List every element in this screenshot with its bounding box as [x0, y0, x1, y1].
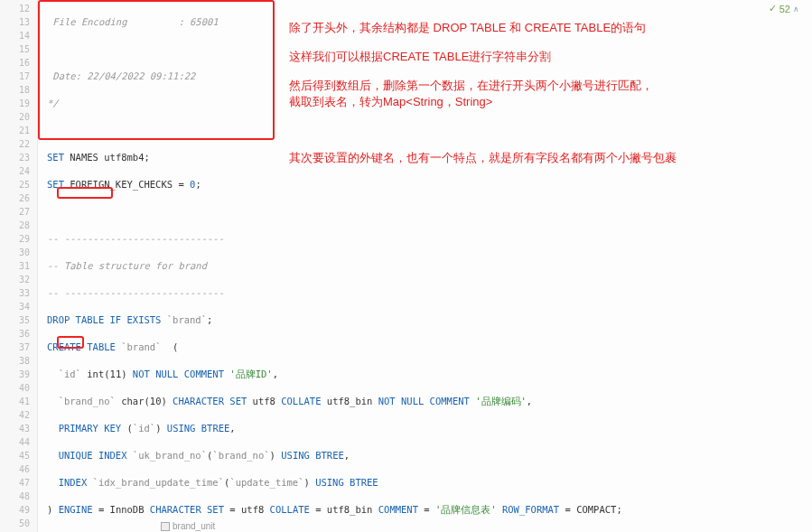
- comma: ,: [229, 423, 235, 434]
- line-number: 29: [0, 232, 30, 246]
- string: '品牌ID': [224, 369, 273, 379]
- indent: [47, 396, 59, 406]
- keyword: USING BTREE: [281, 450, 344, 461]
- paren: ): [304, 477, 316, 488]
- line-number: 27: [0, 205, 30, 219]
- keyword: UNIQUE INDEX: [59, 450, 127, 461]
- paren: (: [121, 423, 133, 434]
- ident: `update_time`: [229, 477, 303, 488]
- keyword: PRIMARY KEY: [59, 423, 122, 434]
- indent: [47, 477, 59, 488]
- eq: =: [310, 504, 327, 515]
- line-number: 24: [0, 164, 30, 178]
- line-number: 49: [0, 503, 30, 517]
- problems-count: 52: [779, 4, 790, 14]
- line-number: 36: [0, 327, 30, 341]
- line-number: 16: [0, 56, 30, 70]
- eq: =: [93, 504, 110, 515]
- keyword: USING BTREE: [315, 477, 378, 488]
- semi: ;: [145, 152, 150, 163]
- keyword: CREATE TABLE: [47, 341, 116, 352]
- indent: [47, 423, 59, 434]
- line-number: 33: [0, 286, 30, 300]
- semi: ;: [616, 504, 621, 515]
- semi: ;: [207, 314, 212, 325]
- paren: (: [161, 341, 178, 352]
- keyword: CHARACTER SET: [150, 504, 224, 515]
- chevron-up-icon: ∧: [793, 5, 799, 14]
- line-number: 22: [0, 137, 30, 151]
- annotation-text-3a: 然后得到数组后，删除第一个数据，在进行开头两个小撇号进行匹配，: [289, 78, 653, 94]
- value: InnoDB: [110, 504, 150, 515]
- semi: ;: [195, 179, 201, 190]
- eq: =: [418, 504, 435, 515]
- annotation-text-3b: 截取到表名，转为Map<String，String>: [289, 94, 492, 110]
- paren: ): [270, 450, 282, 461]
- line-number: 18: [0, 83, 30, 97]
- keyword: CHARACTER SET: [173, 396, 247, 406]
- line-number: 19: [0, 97, 30, 110]
- line-number: 46: [0, 462, 30, 476]
- comment: */: [47, 98, 59, 108]
- breadcrumb-text: brand_unit: [173, 521, 215, 531]
- ident: FOREIGN_KEY_CHECKS: [70, 179, 173, 190]
- keyword: COLLATE: [281, 396, 321, 406]
- line-number: 50: [0, 517, 30, 530]
- annotation-text-1: 除了开头外，其余结构都是 DROP TABLE 和 CREATE TABLE的语…: [289, 20, 646, 36]
- line-number: 12: [0, 2, 30, 15]
- line-number: 17: [0, 70, 30, 83]
- keyword: NOT NULL COMMENT: [378, 396, 470, 406]
- line-number: 34: [0, 300, 30, 313]
- comment: -- ----------------------------: [47, 233, 224, 244]
- ident: NAMES: [70, 152, 98, 163]
- line-number-gutter: 12 13 14 15 16 17 18 19 20 21 22 23 24 2…: [0, 0, 38, 532]
- line-number: 35: [0, 313, 30, 327]
- eq: =: [559, 504, 576, 515]
- line-number: 23: [0, 151, 30, 164]
- eq: =: [224, 504, 241, 515]
- paren: ): [47, 504, 59, 515]
- type: char(10): [116, 396, 173, 406]
- value: utf8: [241, 504, 270, 515]
- line-number: 37: [0, 341, 30, 354]
- line-number: 30: [0, 246, 30, 259]
- keyword: INDEX: [59, 477, 88, 488]
- line-number: 21: [0, 124, 30, 137]
- line-number: 38: [0, 354, 30, 368]
- ident: `brand_no`: [212, 450, 269, 461]
- problems-badge[interactable]: ✓ 52 ∧: [769, 3, 799, 14]
- line-number: 39: [0, 368, 30, 381]
- comment: -- Table structure for brand: [47, 260, 207, 271]
- value: utf8mb4: [104, 152, 144, 163]
- ident: `brand_no`: [59, 396, 116, 406]
- string: '品牌信息表': [435, 504, 497, 515]
- line-number: 13: [0, 15, 30, 29]
- ident: `idx_brand_update_time`: [87, 477, 224, 488]
- line-number: 48: [0, 490, 30, 503]
- value: utf8: [247, 396, 281, 406]
- comment: File Encoding : 65001: [47, 16, 219, 27]
- indent: [47, 450, 59, 461]
- value: utf8_bin: [321, 396, 378, 406]
- line-number: 40: [0, 381, 30, 395]
- comma: ,: [344, 450, 350, 461]
- line-number: 15: [0, 42, 30, 56]
- annotation-text-2: 这样我们可以根据CREATE TABLE进行字符串分割: [289, 49, 551, 65]
- keyword: USING BTREE: [167, 423, 230, 434]
- ident: `brand`: [121, 341, 161, 352]
- string: '品牌编码': [470, 396, 527, 406]
- breadcrumb-status: brand_unit: [161, 521, 215, 531]
- comment: -- ----------------------------: [47, 287, 224, 298]
- keyword: ENGINE: [59, 504, 93, 515]
- line-number: 47: [0, 476, 30, 490]
- line-number: 26: [0, 191, 30, 205]
- line-number: 28: [0, 219, 30, 232]
- keyword: COLLATE: [270, 504, 310, 515]
- line-number: 42: [0, 408, 30, 422]
- check-icon: ✓: [769, 3, 777, 14]
- comma: ,: [527, 396, 532, 406]
- type: int(11): [81, 369, 133, 379]
- paren: ): [155, 423, 167, 434]
- comma: ,: [273, 369, 278, 379]
- ident: `brand`: [167, 314, 207, 325]
